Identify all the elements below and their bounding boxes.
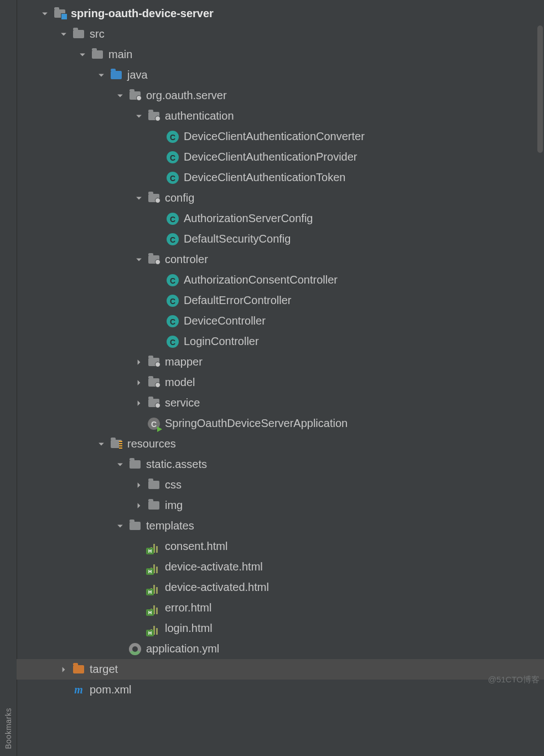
tree-item-label: DeviceClientAuthenticationToken: [184, 171, 345, 184]
class-icon: C: [166, 233, 179, 246]
tree-row[interactable]: templates: [17, 516, 544, 536]
tree-item-label: AuthorizationServerConfig: [184, 212, 313, 225]
tree-row[interactable]: src: [17, 24, 544, 44]
class-icon: C: [166, 274, 179, 287]
package-icon: [128, 89, 142, 102]
tree-row[interactable]: CLoginController: [17, 331, 544, 352]
chevron-down-icon[interactable]: [114, 459, 126, 471]
tree-row[interactable]: Herror.html: [17, 598, 544, 618]
tree-row[interactable]: org.oauth.server: [17, 85, 544, 106]
tree-item-label: img: [165, 499, 183, 512]
html-icon: H: [147, 581, 160, 594]
tree-row[interactable]: main: [17, 44, 544, 65]
tree-row[interactable]: CDefaultSecurityConfig: [17, 229, 544, 249]
tree-row[interactable]: CDeviceClientAuthenticationConverter: [17, 126, 544, 147]
folder-grey-icon: [91, 48, 104, 61]
tree-row[interactable]: static.assets: [17, 454, 544, 475]
tree-row[interactable]: mpom.xml: [17, 680, 544, 700]
tree-item-label: main: [108, 48, 132, 61]
class-icon: C: [166, 151, 179, 164]
yml-icon: [128, 642, 142, 656]
tree-row[interactable]: css: [17, 475, 544, 495]
tree-item-label: static.assets: [146, 458, 207, 471]
tree-row[interactable]: Hdevice-activated.html: [17, 577, 544, 598]
folder-grey-icon: [128, 458, 142, 471]
pom-icon: m: [72, 683, 85, 697]
tree-item-label: spring-oauth-device-server: [71, 7, 214, 20]
tree-row[interactable]: target: [17, 659, 544, 680]
watermark-text: @51CTO博客: [488, 675, 540, 685]
tree-row[interactable]: controler: [17, 249, 544, 270]
tree-row[interactable]: spring-oauth-device-server: [17, 3, 544, 24]
tree-item-label: src: [90, 28, 105, 40]
chevron-right-icon[interactable]: [133, 377, 145, 389]
chevron-down-icon[interactable]: [76, 49, 89, 61]
class-icon: C: [166, 130, 179, 143]
project-tree: spring-oauth-device-serversrcmainjavaorg…: [17, 0, 544, 756]
chevron-down-icon[interactable]: [95, 438, 107, 450]
html-icon: H: [147, 540, 160, 553]
tree-row[interactable]: Hconsent.html: [17, 536, 544, 557]
tree-row[interactable]: Hlogin.html: [17, 618, 544, 639]
tree-item-label: DeviceClientAuthenticationConverter: [184, 130, 365, 143]
folder-grey-icon: [72, 28, 85, 41]
package-icon: [147, 397, 160, 410]
tree-item-label: SpringOauthDeviceServerApplication: [165, 417, 348, 430]
tree-item-label: css: [165, 479, 182, 491]
tree-row[interactable]: Hdevice-activate.html: [17, 557, 544, 577]
class-icon: C: [166, 294, 179, 307]
tree-row[interactable]: application.yml: [17, 639, 544, 659]
scrollbar[interactable]: [536, 3, 544, 169]
chevron-right-icon[interactable]: [133, 397, 145, 409]
chevron-down-icon[interactable]: [133, 192, 145, 204]
package-icon: [147, 192, 160, 205]
chevron-right-icon[interactable]: [133, 500, 145, 512]
tree-row[interactable]: CDeviceController: [17, 311, 544, 331]
tree-item-label: org.oauth.server: [146, 89, 227, 102]
chevron-down-icon[interactable]: [133, 254, 145, 266]
chevron-down-icon[interactable]: [39, 8, 51, 20]
tree-row[interactable]: CAuthorizationConsentController: [17, 270, 544, 290]
package-icon: [147, 253, 160, 266]
tree-row[interactable]: CDeviceClientAuthenticationToken: [17, 167, 544, 188]
tree-row[interactable]: CAuthorizationServerConfig: [17, 208, 544, 229]
tree-item-label: resources: [127, 438, 176, 450]
tree-row[interactable]: img: [17, 495, 544, 516]
package-icon: [147, 376, 160, 389]
tree-item-label: DeviceController: [184, 315, 266, 327]
tree-item-label: error.html: [165, 601, 211, 614]
tree-item-label: target: [90, 663, 118, 676]
chevron-down-icon[interactable]: [114, 90, 126, 102]
chevron-down-icon[interactable]: [114, 520, 126, 532]
sidebar-bookmarks-tab[interactable]: Bookmarks: [4, 708, 13, 749]
tree-item-label: DefaultSecurityConfig: [184, 233, 291, 245]
chevron-down-icon[interactable]: [58, 28, 70, 40]
tree-row[interactable]: config: [17, 188, 544, 208]
scrollbar-thumb[interactable]: [537, 25, 543, 153]
tree-row[interactable]: java: [17, 65, 544, 85]
tree-row[interactable]: CDeviceClientAuthenticationProvider: [17, 147, 544, 167]
tree-item-label: authentication: [165, 110, 234, 122]
chevron-right-icon[interactable]: [133, 356, 145, 368]
chevron-down-icon[interactable]: [133, 110, 145, 122]
chevron-right-icon[interactable]: [133, 479, 145, 491]
chevron-down-icon[interactable]: [95, 69, 107, 81]
class-icon: C: [166, 335, 179, 348]
tree-item-label: device-activate.html: [165, 560, 263, 573]
tree-item-label: model: [165, 376, 195, 389]
tree-row[interactable]: CSpringOauthDeviceServerApplication: [17, 413, 544, 434]
html-icon: H: [147, 560, 160, 574]
tree-item-label: mapper: [165, 356, 203, 368]
tree-item-label: AuthorizationConsentController: [184, 274, 338, 286]
tree-row[interactable]: resources: [17, 434, 544, 454]
tree-item-label: config: [165, 192, 194, 204]
chevron-right-icon[interactable]: [58, 664, 70, 676]
resources-icon: [110, 438, 123, 451]
tree-row[interactable]: model: [17, 372, 544, 393]
tree-row[interactable]: service: [17, 393, 544, 413]
tree-item-label: consent.html: [165, 540, 227, 553]
tree-row[interactable]: mapper: [17, 352, 544, 372]
tree-row[interactable]: CDefaultErrorController: [17, 290, 544, 311]
tree-item-label: templates: [146, 520, 194, 532]
tree-row[interactable]: authentication: [17, 106, 544, 126]
